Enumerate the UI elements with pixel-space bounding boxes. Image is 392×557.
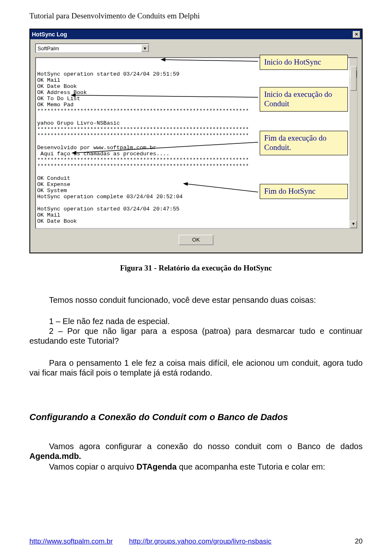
p4-part-a: Vamos copiar o arquivo	[49, 462, 136, 471]
p4-part-c: que acompanha este Tutoria e colar em:	[177, 462, 325, 471]
chevron-down-icon[interactable]: ▼	[141, 45, 149, 52]
user-combo[interactable]: SoftPalm ▼	[35, 43, 149, 53]
list-item-1: 1 – Ele não fez nada de especial.	[29, 316, 363, 326]
p3-part-a: Vamos agora configurar a conexão do noss…	[49, 442, 363, 451]
titlebar: HotSync Log ×	[30, 29, 362, 39]
paragraph-copy: Vamos copiar o arquivo DTAgenda que acom…	[29, 462, 363, 472]
scroll-thumb[interactable]	[350, 66, 356, 91]
page-number: 20	[355, 537, 363, 546]
footer-link-2[interactable]: http://br.groups.yahoo.com/group/livro-n…	[129, 537, 272, 546]
section-heading: Configurando a Conexão do Conduit com o …	[29, 412, 363, 423]
combo-value: SoftPalm	[38, 45, 59, 51]
callout-fim-hotsync: Fim do HotSync	[260, 184, 348, 199]
scrollbar[interactable]: ▲ ▼	[350, 58, 357, 228]
list-item-2: 2 – Por que não ligar para a esposa (pat…	[29, 326, 363, 346]
list-item-2-text: 2 – Por que não ligar para a esposa (pat…	[29, 327, 363, 345]
paragraph-intro: Temos nosso conduit funcionado, você dev…	[29, 295, 363, 305]
scroll-down-icon[interactable]: ▼	[350, 221, 357, 228]
callout-fim-execucao: Fim da execução do Conduit.	[260, 131, 348, 155]
page-header: Tutorial para Desenvolvimento de Conduit…	[29, 11, 200, 20]
callout-inicio-execucao: Inicio da execução do Conduit	[260, 87, 348, 112]
footer-link-1[interactable]: http://www.softpalm.com.br	[29, 537, 113, 546]
page-footer: http://www.softpalm.com.br http://br.gro…	[29, 537, 363, 546]
p4-bold: DTAgenda	[136, 462, 177, 471]
window-title: HotSync Log	[32, 31, 67, 38]
p3-bold: Agenda.mdb.	[29, 452, 81, 461]
callout-inicio-hotsync: Inicio do HotSync	[260, 55, 348, 70]
figure-caption: Figura 31 - Relatório da execução do Hot…	[0, 264, 392, 273]
close-button[interactable]: ×	[353, 31, 360, 38]
paragraph-pensamento: Para o pensamento 1 ele fez a coisa mais…	[29, 358, 363, 378]
ok-button[interactable]: OK	[178, 235, 214, 245]
paragraph-config: Vamos agora configurar a conexão do noss…	[29, 441, 363, 461]
